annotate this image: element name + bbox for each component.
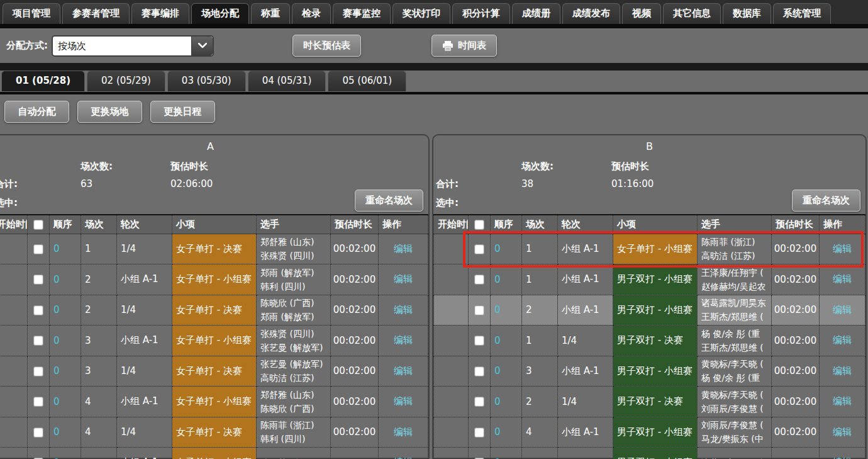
row-checkbox[interactable] (474, 397, 484, 407)
edit-link[interactable]: 编辑 (833, 426, 852, 438)
action-button-1[interactable]: 更换场地 (77, 101, 142, 123)
main-tab-1[interactable]: 参赛者管理 (62, 3, 130, 24)
edit-link[interactable]: 编辑 (833, 304, 852, 315)
action-cell: 编辑 (820, 356, 865, 387)
player-2: 高昉洁 (江苏) (701, 249, 771, 263)
table-row[interactable]: 011/4男子双打 - 决赛杨 俊/余 彤 (重王斯杰/郑思维 (00:02:0… (434, 326, 865, 356)
date-tab-2[interactable]: 03 (05/30) (167, 71, 246, 91)
checkbox-cell (469, 326, 491, 356)
main-tab-9[interactable]: 成绩册 (512, 3, 560, 24)
edit-link[interactable]: 编辑 (833, 395, 852, 407)
edit-link[interactable]: 编辑 (394, 456, 413, 459)
edit-link[interactable]: 编辑 (394, 334, 413, 346)
players-cell: 陈晓欣 (广西)郑雨 (解放军) (257, 295, 331, 326)
row-checkbox[interactable] (33, 397, 43, 407)
main-tab-5[interactable]: 检录 (292, 3, 331, 24)
main-tab-7[interactable]: 奖状打印 (392, 3, 450, 24)
main-tab-10[interactable]: 成绩发布 (562, 3, 620, 24)
rename-matches-button[interactable]: 重命名场次 (355, 190, 423, 212)
select-all-checkbox[interactable] (469, 215, 491, 234)
action-button-0[interactable]: 自动分配 (4, 101, 69, 123)
edit-link[interactable]: 编辑 (394, 273, 413, 285)
date-tab-1[interactable]: 02 (05/29) (87, 71, 165, 91)
table-row[interactable]: 01小组 A-1男子双打 - 小组赛王泽康/任翔宇 (赵修赫均/吴起农00:02… (434, 264, 865, 295)
main-tab-14[interactable]: 系统管理 (773, 3, 831, 24)
main-tab-4[interactable]: 称重 (251, 3, 290, 24)
row-checkbox[interactable] (33, 428, 43, 438)
select-all-checkbox[interactable] (28, 215, 50, 234)
round-cell: 小组 A-1 (117, 326, 172, 356)
select-all-checkbox[interactable] (474, 220, 484, 230)
table-row[interactable]: 0男子双打 - 小组赛诸葛露凯/周昊东编辑 (434, 448, 865, 459)
edit-link[interactable]: 编辑 (833, 456, 852, 459)
table-row[interactable]: 04小组 A-1男子双打 - 小组赛刘雨辰/李俊慧 (马龙/樊振东 (中00:0… (434, 417, 865, 448)
edit-link[interactable]: 编辑 (394, 304, 413, 315)
main-tab-12[interactable]: 其它信息 (663, 3, 721, 24)
date-tab-0[interactable]: 01 (05/28) (1, 71, 85, 91)
edit-link[interactable]: 编辑 (394, 426, 413, 438)
header-row: 开始时间顺序场次轮次小项选手预估时长操作 (0, 215, 428, 234)
edit-link[interactable]: 编辑 (394, 395, 413, 407)
table-row[interactable]: 02小组 A-1男子双打 - 小组赛诸葛露凯/周昊东王斯杰/郑思维 (00:02… (434, 295, 865, 326)
rename-matches-button[interactable]: 重命名场次 (792, 190, 860, 212)
table-row[interactable]: 0小组 A-1女子单打 - 小组赛陈雨菲 (浙江)编辑 (0, 448, 428, 459)
event-cell: 女子单打 - 小组赛 (613, 234, 698, 264)
row-checkbox[interactable] (474, 244, 484, 254)
match-cell (522, 448, 558, 459)
row-checkbox[interactable] (33, 275, 43, 285)
main-tab-3[interactable]: 场地分配 (191, 3, 249, 24)
table-row[interactable]: 02小组 A-1女子单打 - 小组赛郑雨 (解放军)韩利 (四川)00:02:0… (0, 264, 428, 295)
edit-link[interactable]: 编辑 (394, 243, 413, 254)
table-row[interactable]: 04小组 A-1女子单打 - 小组赛郑舒雅 (山东)陈晓欣 (广西)00:02:… (0, 387, 428, 417)
main-tab-8[interactable]: 积分计算 (452, 3, 510, 24)
row-checkbox[interactable] (33, 366, 43, 377)
main-tab-13[interactable]: 数据库 (723, 3, 771, 24)
main-tab-2[interactable]: 赛事编排 (131, 3, 189, 24)
table-row[interactable]: 041/4女子单打 - 决赛陈雨菲 (浙江)韩利 (四川)00:02:00编辑 (0, 417, 428, 448)
panel-a-summary: A 场次数: 预估时长 合计: 63 02:06:00 选中: 重命名场次 (0, 135, 428, 214)
duration-estimate-button[interactable]: 时长预估表 (292, 35, 361, 57)
row-checkbox[interactable] (474, 275, 484, 285)
main-tab-0[interactable]: 项目管理 (3, 3, 60, 24)
event-cell: 女子单打 - 决赛 (172, 295, 257, 326)
column-duration: 预估时长 (331, 215, 379, 234)
table-row[interactable]: 03小组 A-1女子单打 - 小组赛张殊贤 (四川)张艺曼 (解放军)00:02… (0, 326, 428, 356)
edit-link[interactable]: 编辑 (833, 334, 852, 346)
duration-cell: 00:02:00 (772, 417, 820, 448)
edit-link[interactable]: 编辑 (833, 365, 852, 377)
table-row[interactable]: 03小组 A-1男子双打 - 小组赛黄晓标/李天晓 (杨 俊/余 彤 (重00:… (434, 356, 865, 387)
table-row[interactable]: 031/4女子单打 - 决赛张艺曼 (解放军)高昉洁 (江苏)00:02:00编… (0, 356, 428, 387)
allocation-mode-label: 分配方式: (6, 40, 48, 52)
table-row[interactable]: 011/4女子单打 - 决赛郑舒雅 (山东)张殊贤 (四川)00:02:00编辑 (0, 234, 428, 264)
chevron-down-icon[interactable] (191, 37, 213, 55)
row-checkbox[interactable] (474, 305, 484, 315)
column-match: 场次 (522, 215, 558, 234)
table-row[interactable]: 01小组 A-1女子单打 - 小组赛陈雨菲 (浙江)高昉洁 (江苏)00:02:… (434, 234, 865, 264)
edit-link[interactable]: 编辑 (833, 273, 852, 285)
round-cell: 1/4 (117, 417, 172, 448)
duration-cell: 00:02:00 (331, 264, 379, 295)
table-row[interactable]: 021/4男子双打 - 决赛黄晓标/李天晓 (刘雨辰/李俊慧 (00:02:00… (434, 387, 865, 417)
row-checkbox[interactable] (474, 336, 484, 346)
start-time-cell (434, 356, 469, 387)
row-checkbox[interactable] (474, 428, 484, 438)
court-panels: A 场次数: 预估时长 合计: 63 02:06:00 选中: 重命名场次 开始… (0, 129, 868, 459)
timetable-button[interactable]: 时间表 (431, 35, 497, 57)
row-checkbox[interactable] (474, 366, 484, 377)
edit-link[interactable]: 编辑 (833, 243, 852, 254)
action-button-2[interactable]: 更换日程 (150, 101, 215, 123)
select-all-checkbox[interactable] (33, 220, 43, 230)
date-tab-3[interactable]: 04 (05/31) (248, 71, 326, 91)
row-checkbox[interactable] (33, 244, 43, 254)
date-tab-4[interactable]: 05 (06/01) (328, 71, 406, 91)
allocation-mode-select[interactable]: 按场次 (52, 35, 214, 57)
checkbox-cell (28, 448, 50, 459)
player-1: 郑舒雅 (山东) (260, 388, 330, 402)
row-checkbox[interactable] (33, 305, 43, 315)
main-tab-6[interactable]: 赛事监控 (333, 3, 391, 24)
edit-link[interactable]: 编辑 (394, 365, 413, 377)
table-row[interactable]: 021/4女子单打 - 决赛陈晓欣 (广西)郑雨 (解放军)00:02:00编辑 (0, 295, 428, 326)
row-checkbox[interactable] (33, 336, 43, 346)
main-tab-11[interactable]: 视频 (622, 3, 661, 24)
checkbox-cell (28, 264, 50, 295)
